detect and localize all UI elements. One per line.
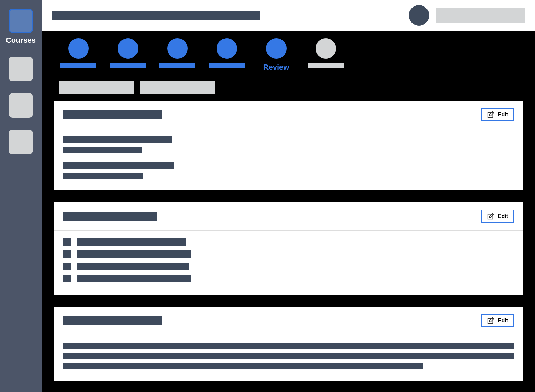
user-name[interactable] <box>436 8 525 23</box>
edit-button[interactable]: Edit <box>481 108 514 121</box>
content-line <box>63 162 174 169</box>
card-title <box>63 212 157 221</box>
item-text <box>77 275 191 282</box>
item-text <box>77 238 186 246</box>
step-circle-icon <box>266 38 287 59</box>
sidebar-item-4[interactable] <box>8 130 34 154</box>
content-line <box>63 363 423 369</box>
content-line <box>63 343 514 349</box>
list-item <box>63 275 514 282</box>
review-card-1: Edit <box>54 101 523 190</box>
item-number-icon <box>63 250 71 258</box>
step-label <box>209 63 245 68</box>
item-number-icon <box>63 238 71 246</box>
content-line <box>63 353 514 359</box>
edit-button-label: Edit <box>498 112 508 118</box>
stepper: Review <box>42 31 535 77</box>
item-text <box>77 250 191 258</box>
step-circle-icon <box>316 38 336 59</box>
sidebar-item-label: Courses <box>6 36 36 45</box>
page-title <box>52 11 260 20</box>
card-body <box>54 335 523 381</box>
step-label <box>60 63 96 68</box>
sub-tab-2[interactable] <box>140 81 215 94</box>
courses-icon <box>9 9 33 33</box>
sidebar-item-3[interactable] <box>8 93 34 118</box>
svg-rect-1 <box>488 214 493 219</box>
sub-tabs <box>42 77 535 101</box>
main-content: Review Edit <box>42 31 535 392</box>
sidebar-icon-2 <box>9 57 33 81</box>
step-2[interactable] <box>108 38 147 72</box>
sidebar-icon-4 <box>9 130 33 154</box>
pencil-icon <box>487 213 494 220</box>
header <box>42 0 535 31</box>
content-line <box>63 147 142 153</box>
step-circle-icon <box>68 38 89 59</box>
svg-rect-0 <box>488 113 493 118</box>
item-text <box>77 263 189 270</box>
edit-button-label: Edit <box>498 213 508 219</box>
card-body <box>54 129 523 190</box>
card-header: Edit <box>54 307 523 335</box>
step-review[interactable]: Review <box>257 38 296 72</box>
review-card-3: Edit <box>54 307 523 381</box>
step-label <box>159 63 195 68</box>
review-card-2: Edit <box>54 202 523 295</box>
list-item <box>63 250 514 258</box>
pencil-icon <box>487 111 494 118</box>
card-header: Edit <box>54 202 523 231</box>
step-label <box>308 63 344 68</box>
step-4[interactable] <box>207 38 246 72</box>
sidebar-item-2[interactable] <box>8 57 34 81</box>
avatar[interactable] <box>409 5 429 26</box>
step-label <box>110 63 146 68</box>
sidebar-icon-3 <box>9 93 33 118</box>
step-1[interactable] <box>59 38 98 72</box>
sidebar-item-courses[interactable]: Courses <box>8 9 34 45</box>
svg-rect-2 <box>488 319 493 324</box>
card-body <box>54 231 523 295</box>
card-header: Edit <box>54 101 523 129</box>
step-circle-icon <box>217 38 237 59</box>
card-title <box>63 110 162 119</box>
step-label: Review <box>263 63 289 72</box>
list-item <box>63 238 514 246</box>
card-title <box>63 316 162 325</box>
pencil-icon <box>487 317 494 324</box>
edit-button-label: Edit <box>498 318 508 324</box>
sub-tab-1[interactable] <box>59 81 134 94</box>
item-number-icon <box>63 263 71 270</box>
content-line <box>63 136 172 143</box>
content-line <box>63 173 143 179</box>
list-item <box>63 263 514 270</box>
edit-button[interactable]: Edit <box>481 210 514 223</box>
item-number-icon <box>63 275 71 282</box>
step-circle-icon <box>118 38 138 59</box>
step-circle-icon <box>167 38 188 59</box>
sidebar: Courses <box>0 0 42 392</box>
edit-button[interactable]: Edit <box>481 314 514 327</box>
step-3[interactable] <box>158 38 197 72</box>
step-6[interactable] <box>306 38 345 72</box>
